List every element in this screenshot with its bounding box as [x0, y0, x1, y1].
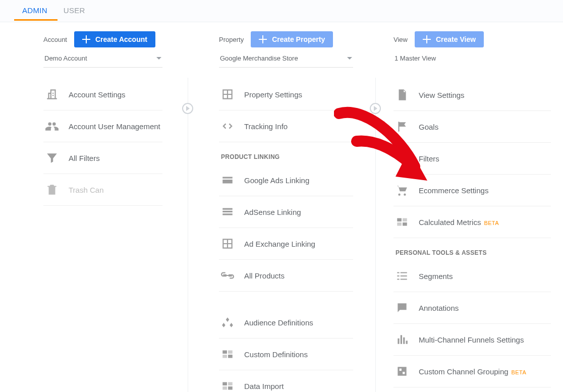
- nav-item-label: Custom Definitions: [244, 350, 308, 359]
- tab-admin[interactable]: ADMIN: [14, 0, 55, 19]
- create-account-button[interactable]: Create Account: [74, 31, 155, 47]
- nav-item-label: Property Settings: [244, 90, 302, 99]
- create-view-button[interactable]: Create View: [415, 31, 484, 47]
- grid-icon: [221, 88, 234, 101]
- section-product-linking: PRODUCT LINKING: [219, 142, 353, 164]
- bars-icon: [396, 333, 409, 346]
- column-view: View Create View 1 Master View View Sett…: [375, 22, 563, 392]
- ads-icon: [221, 174, 234, 187]
- column-account: Account Create Account Demo Account Acco…: [0, 22, 188, 392]
- dd-icon: [221, 379, 234, 392]
- view-title: 1 Master View: [393, 54, 551, 68]
- building-icon: [45, 88, 59, 101]
- page-icon: [396, 88, 409, 101]
- comment-icon: [396, 301, 409, 314]
- nav-item-adsense-linking[interactable]: AdSense Linking: [219, 196, 353, 228]
- nav-item-label: Goals: [419, 123, 438, 131]
- chevron-down-icon: [156, 57, 161, 60]
- column-property: Property Create Property Google Merchand…: [188, 22, 375, 392]
- nav-item-filters[interactable]: Filters: [393, 143, 551, 175]
- nav-item-all-filters[interactable]: All Filters: [43, 142, 162, 174]
- nav-item-goals[interactable]: Goals: [393, 111, 551, 143]
- nav-item-annotations[interactable]: Annotations: [393, 292, 551, 324]
- create-property-label: Create Property: [272, 35, 325, 43]
- nav-item-tracking-info[interactable]: Tracking Info: [219, 110, 353, 142]
- channel-icon: [396, 365, 409, 378]
- nav-item-label: Segments: [419, 272, 453, 281]
- nav-item-custom-channel-grouping[interactable]: Custom Channel GroupingBETA: [393, 356, 551, 387]
- nav-item-label: Ecommerce Settings: [419, 186, 488, 195]
- nav-item-account-settings[interactable]: Account Settings: [43, 79, 162, 110]
- cart-icon: [396, 184, 409, 197]
- expand-property-arrow[interactable]: [370, 103, 381, 114]
- nav-item-account-user-management[interactable]: Account User Management: [43, 110, 162, 142]
- property-head-label: Property: [219, 36, 244, 43]
- tab-user[interactable]: USER: [55, 0, 93, 19]
- account-head-label: Account: [43, 36, 67, 43]
- divider: [188, 78, 188, 392]
- nav-item-ecommerce-settings[interactable]: Ecommerce Settings: [393, 175, 551, 206]
- nav-item-ad-exchange-linking[interactable]: Ad Exchange Linking: [219, 228, 353, 260]
- nav-item-property-settings[interactable]: Property Settings: [219, 79, 353, 110]
- grid-icon: [221, 237, 234, 250]
- nav-item-label: Data Import: [244, 382, 284, 390]
- people-icon: [45, 120, 59, 133]
- trash-icon: [45, 183, 59, 196]
- link-icon: [221, 269, 234, 282]
- segments-icon: [396, 269, 409, 283]
- nav-item-label: Ad Exchange Linking: [244, 240, 315, 248]
- nav-item-label: Custom Channel GroupingBETA: [419, 367, 526, 376]
- create-account-label: Create Account: [95, 35, 147, 43]
- nav-item-label: Tracking Info: [244, 122, 288, 131]
- nav-item-label: Account Settings: [69, 90, 126, 99]
- create-view-label: Create View: [436, 35, 476, 43]
- plus-icon: [82, 35, 90, 43]
- flag-icon: [396, 120, 409, 133]
- dd-icon: [221, 348, 234, 361]
- nav-item-label: View Settings: [419, 91, 465, 99]
- create-property-button[interactable]: Create Property: [251, 31, 333, 47]
- section-personal-tools: PERSONAL TOOLS & ASSETS: [393, 238, 551, 260]
- nav-item-segments[interactable]: Segments: [393, 260, 551, 292]
- nav-item-trash-can[interactable]: Trash Can: [43, 174, 162, 206]
- expand-account-arrow[interactable]: [182, 103, 193, 114]
- filter-icon: [45, 151, 59, 164]
- nav-item-label: Account User Management: [69, 122, 160, 131]
- beta-badge: BETA: [484, 220, 499, 226]
- nav-item-audience-definitions[interactable]: Audience Definitions: [219, 307, 353, 339]
- nav-item-custom-definitions[interactable]: Custom Definitions: [219, 339, 353, 370]
- dd-icon: [396, 215, 409, 229]
- property-selector-value: Google Merchandise Store: [220, 54, 298, 62]
- plus-icon: [423, 35, 431, 43]
- filter-icon: [396, 152, 409, 165]
- nav-item-all-products[interactable]: All Products: [219, 260, 353, 292]
- view-head-label: View: [393, 36, 408, 43]
- nav-item-label: Trash Can: [69, 186, 103, 194]
- code-chevrons-icon: [221, 120, 234, 133]
- nav-item-label: All Filters: [69, 154, 100, 162]
- plus-icon: [259, 35, 267, 43]
- nav-item-label: Calculated MetricsBETA: [419, 218, 499, 227]
- nav-item-label: Annotations: [419, 304, 459, 312]
- nav-item-label: Audience Definitions: [244, 318, 313, 327]
- people-shape-icon: [221, 316, 234, 329]
- nav-item-label: Multi-Channel Funnels Settings: [419, 335, 524, 344]
- nav-item-label: AdSense Linking: [244, 208, 301, 216]
- top-tabs: ADMIN USER: [0, 0, 563, 22]
- nav-item-label: Filters: [419, 154, 439, 163]
- nav-item-custom-alerts[interactable]: Custom Alerts: [393, 387, 551, 392]
- account-selector[interactable]: Demo Account: [43, 54, 162, 68]
- nav-item-multi-channel-funnels-settings[interactable]: Multi-Channel Funnels Settings: [393, 324, 551, 356]
- chevron-down-icon: [347, 57, 352, 60]
- list-icon: [221, 205, 234, 218]
- beta-badge: BETA: [512, 369, 527, 375]
- nav-item-label: Google Ads Linking: [244, 176, 309, 185]
- divider: [375, 78, 376, 392]
- nav-item-data-import[interactable]: Data Import: [219, 370, 353, 392]
- nav-item-label: All Products: [244, 271, 285, 280]
- nav-item-google-ads-linking[interactable]: Google Ads Linking: [219, 164, 353, 196]
- nav-item-calculated-metrics[interactable]: Calculated MetricsBETA: [393, 206, 551, 238]
- property-selector[interactable]: Google Merchandise Store: [219, 54, 353, 68]
- account-selector-value: Demo Account: [44, 54, 87, 62]
- nav-item-view-settings[interactable]: View Settings: [393, 79, 551, 111]
